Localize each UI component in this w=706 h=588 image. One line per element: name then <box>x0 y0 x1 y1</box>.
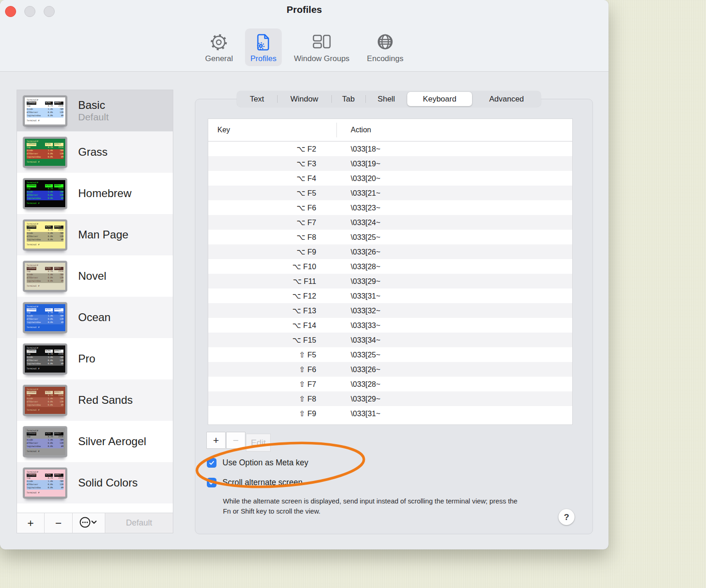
key-mapping-row[interactable]: ⌥ F10 \033[28~ <box>208 259 572 274</box>
profile-list-item-ocean[interactable]: Terminal#COMMAND%CPURPRVTtop4.1%231KXcod… <box>17 297 173 338</box>
profile-name: Ocean <box>78 311 111 324</box>
key-mapping-row[interactable]: ⌥ F14 \033[33~ <box>208 318 572 333</box>
window-groups-icon <box>311 32 332 53</box>
key-mapping-row[interactable]: ⌥ F8 \033[25~ <box>208 230 572 244</box>
help-button[interactable]: ? <box>558 509 575 525</box>
key-mapping-row[interactable]: ⇧ F6 \033[26~ <box>208 362 572 377</box>
tab-window[interactable]: Window <box>277 91 331 107</box>
action-cell: \033[29~ <box>336 277 572 286</box>
profile-thumbnail: Terminal#COMMAND%CPURPRVTtop4.1%231KXcod… <box>23 220 67 250</box>
action-cell: \033[28~ <box>336 380 572 389</box>
profile-thumbnail: Terminal#COMMAND%CPURPRVTtop4.1%231KXcod… <box>23 426 67 457</box>
set-default-button[interactable]: Default <box>105 513 173 533</box>
profile-list-item-grass[interactable]: Terminal#COMMAND%CPURPRVTtop4.1%231KXcod… <box>17 131 173 173</box>
edit-key-button[interactable]: Edit <box>246 434 271 452</box>
key-cell: ⇧ F5 <box>208 351 336 359</box>
ellipsis-circle-icon <box>79 516 98 530</box>
key-cell: ⌥ F3 <box>208 159 336 168</box>
profile-document-icon <box>253 32 274 53</box>
checkbox-checked-icon[interactable] <box>207 478 216 487</box>
key-mapping-row[interactable]: ⌥ F5 \033[21~ <box>208 186 572 200</box>
key-mapping-row[interactable]: ⇧ F8 \033[29~ <box>208 391 572 406</box>
key-mapping-row[interactable]: ⌥ F11 \033[29~ <box>208 274 572 288</box>
profile-list-footer: + − Default <box>17 513 173 533</box>
checkbox-label: Scroll alternate screen <box>222 478 302 487</box>
profile-thumbnail-screen: Terminal#COMMAND%CPURPRVTtop4.1%231KXcod… <box>25 387 65 414</box>
key-mapping-row[interactable]: ⌥ F2 \033[18~ <box>208 141 572 156</box>
action-cell: \033[29~ <box>336 395 572 403</box>
key-mapping-row[interactable]: ⌥ F6 \033[23~ <box>208 200 572 215</box>
key-mapping-row[interactable]: ⇧ F7 \033[28~ <box>208 377 572 391</box>
key-mapping-row[interactable]: ⌥ F7 \033[24~ <box>208 215 572 230</box>
key-cell: ⌥ F12 <box>208 292 336 300</box>
tab-keyboard[interactable]: Keyboard <box>407 92 472 106</box>
profile-thumbnail: Terminal#COMMAND%CPURPRVTtop4.1%231KXcod… <box>23 178 67 209</box>
scroll-alternate-screen-checkbox-row: Scroll alternate screen <box>207 478 302 487</box>
profile-actions-menu-button[interactable] <box>73 513 105 533</box>
profile-thumbnail-screen: Terminal#COMMAND%CPURPRVTtop4.1%231KXcod… <box>25 221 65 249</box>
remove-profile-button[interactable]: − <box>45 513 73 533</box>
tab-shell[interactable]: Shell <box>365 91 407 107</box>
add-profile-button[interactable]: + <box>17 513 45 533</box>
profile-thumbnail: Terminal#COMMAND%CPURPRVTtop4.1%231KXcod… <box>23 261 67 292</box>
profile-labels: Ocean <box>78 311 111 324</box>
profile-list-item-pro[interactable]: Terminal#COMMAND%CPURPRVTtop4.1%231KXcod… <box>17 338 173 379</box>
tab-advanced[interactable]: Advanced <box>472 91 541 107</box>
titlebar: Profiles General <box>0 0 609 72</box>
tab-text[interactable]: Text <box>237 91 277 107</box>
profile-list-item-basic[interactable]: Terminal#COMMAND%CPURPRVTtop4.1%231KXcod… <box>17 90 173 131</box>
key-cell: ⌥ F10 <box>208 262 336 271</box>
profile-name: Silver Aerogel <box>78 435 146 448</box>
profile-list-item-red-sands[interactable]: Terminal#COMMAND%CPURPRVTtop4.1%231KXcod… <box>17 379 173 421</box>
profile-name: Homebrew <box>78 187 131 200</box>
column-separator <box>336 123 337 137</box>
key-cell: ⇧ F8 <box>208 395 336 403</box>
key-cell: ⌥ F5 <box>208 189 336 198</box>
key-cell: ⌥ F13 <box>208 306 336 315</box>
profile-list-item-man-page[interactable]: Terminal#COMMAND%CPURPRVTtop4.1%231KXcod… <box>17 214 173 255</box>
profile-labels: Pro <box>78 352 95 365</box>
profile-name: Basic <box>78 99 109 112</box>
checkbox-label: Use Option as Meta key <box>222 458 308 468</box>
action-cell: \033[24~ <box>336 218 572 227</box>
key-mapping-row[interactable]: ⌥ F4 \033[20~ <box>208 171 572 186</box>
action-cell: \033[28~ <box>336 262 572 271</box>
profile-thumbnail: Terminal#COMMAND%CPURPRVTtop4.1%231KXcod… <box>23 137 67 168</box>
profile-name: Solid Colors <box>78 476 137 489</box>
window-title: Profiles <box>0 4 609 15</box>
key-mapping-row[interactable]: ⇧ F5 \033[25~ <box>208 347 572 362</box>
checkbox-checked-icon[interactable] <box>207 458 216 468</box>
toolbar-item-window-groups[interactable]: Window Groups <box>288 28 355 66</box>
profile-name: Grass <box>78 146 108 158</box>
terminal-preferences-window: Profiles General <box>0 0 609 549</box>
key-mapping-row[interactable]: ⌥ F12 \033[31~ <box>208 288 572 303</box>
key-mapping-row[interactable]: ⌥ F9 \033[26~ <box>208 244 572 259</box>
profile-name: Red Sands <box>78 394 133 407</box>
profile-thumbnail-screen: Terminal#COMMAND%CPURPRVTtop4.1%231KXcod… <box>25 469 65 497</box>
key-mappings-table: Key Action ⌥ F2 \033[18~ ⌥ F3 \033[19~ ⌥… <box>208 119 573 425</box>
key-mapping-row[interactable]: ⌥ F3 \033[19~ <box>208 156 572 171</box>
add-key-button[interactable]: + <box>206 432 226 449</box>
toolbar-item-encodings[interactable]: Encodings <box>361 28 409 66</box>
profile-thumbnail: Terminal#COMMAND%CPURPRVTtop4.1%231KXcod… <box>23 344 67 374</box>
key-mapping-row[interactable]: ⇧ F9 \033[31~ <box>208 406 572 421</box>
action-cell: \033[25~ <box>336 233 572 242</box>
toolbar-item-profiles[interactable]: Profiles <box>245 28 282 66</box>
table-body: ⌥ F2 \033[18~ ⌥ F3 \033[19~ ⌥ F4 \033[20… <box>208 141 572 424</box>
key-mapping-row[interactable]: ⌥ F13 \033[32~ <box>208 303 572 318</box>
profile-thumbnail: Terminal#COMMAND%CPURPRVTtop4.1%231KXcod… <box>23 96 67 126</box>
column-header-action: Action <box>336 126 572 134</box>
profile-thumbnail-screen: Terminal#COMMAND%CPURPRVTtop4.1%231KXcod… <box>25 139 65 166</box>
key-mapping-row[interactable]: ⌥ F15 \033[34~ <box>208 333 572 347</box>
column-header-key: Key <box>208 126 336 134</box>
profile-list-item-homebrew[interactable]: Terminal#COMMAND%CPURPRVTtop4.1%231KXcod… <box>17 173 173 214</box>
toolbar: General Profiles <box>0 28 609 66</box>
profile-list-item-silver-aerogel[interactable]: Terminal#COMMAND%CPURPRVTtop4.1%231KXcod… <box>17 421 173 462</box>
profile-labels: Silver Aerogel <box>78 435 146 448</box>
tab-tab[interactable]: Tab <box>331 91 365 107</box>
profile-list-item-solid-colors[interactable]: Terminal#COMMAND%CPURPRVTtop4.1%231KXcod… <box>17 462 173 503</box>
profile-list-item-novel[interactable]: Terminal#COMMAND%CPURPRVTtop4.1%231KXcod… <box>17 255 173 297</box>
profile-name: Pro <box>78 352 95 365</box>
toolbar-item-general[interactable]: General <box>199 28 238 66</box>
remove-key-button[interactable]: − <box>226 432 245 449</box>
